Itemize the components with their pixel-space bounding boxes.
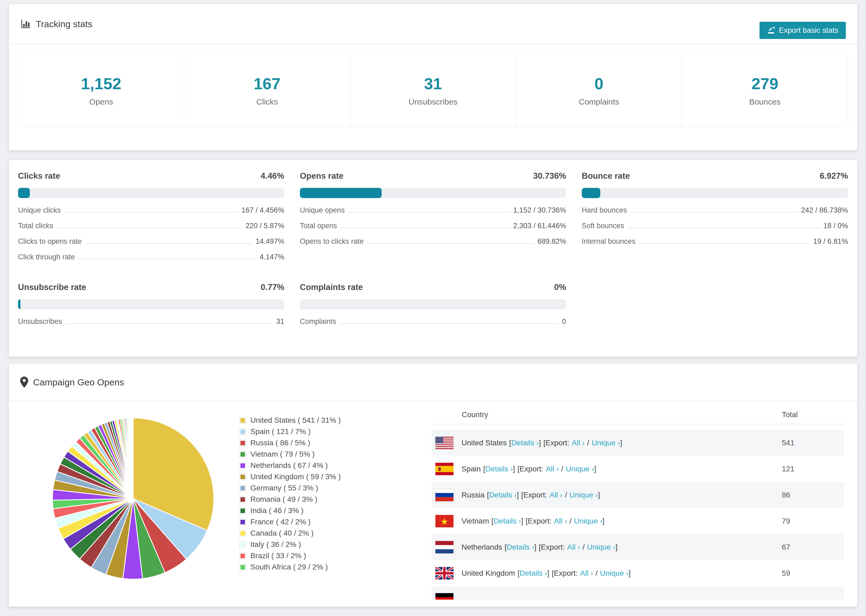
dotted-leader [340, 323, 559, 324]
export-unique-link[interactable]: Unique › [600, 569, 628, 578]
es-flag-icon [435, 463, 453, 475]
complaints-rate-block: Complaints rate0% Complaints 0 [300, 283, 566, 333]
dotted-leader [65, 212, 238, 212]
legend-label: Italy ( 36 / 2% ) [250, 540, 301, 549]
legend-label: United States ( 541 / 31% ) [250, 416, 341, 425]
legend-item: France ( 42 / 2% ) [239, 516, 411, 528]
tracking-stats-card: Tracking stats Export basic stats 1,152 … [9, 4, 857, 151]
bracket: ] [616, 543, 618, 552]
export-unique-link[interactable]: Unique › [587, 543, 616, 552]
export-unique-link[interactable]: Unique › [574, 517, 602, 525]
total-value: 79 [782, 517, 844, 525]
legend-color-swatch [239, 508, 246, 514]
legend-color-swatch [239, 519, 246, 525]
rate-detail-row: Click through rate 4.147% [18, 253, 284, 269]
rate-detail-value: 167 / 4.456% [241, 206, 284, 214]
details-link[interactable]: Details › [485, 465, 513, 473]
stat-value: 0 [594, 74, 603, 93]
rate-detail-row: Unique clicks 167 / 4.456% [18, 206, 284, 222]
stat-box-complaints: 0 Complaints [516, 53, 682, 127]
legend-color-swatch [239, 553, 246, 559]
legend-item: Romania ( 49 / 3% ) [239, 494, 411, 505]
details-link[interactable]: Details › [520, 569, 547, 578]
table-row [431, 586, 844, 600]
slash: / [561, 465, 564, 473]
legend-item: United Kingdom ( 59 / 3% ) [239, 471, 411, 482]
stat-value: 1,152 [81, 74, 121, 93]
details-link[interactable]: Details › [489, 491, 516, 499]
export-unique-link[interactable]: Unique › [565, 465, 594, 473]
details-link[interactable]: Details › [511, 438, 539, 447]
legend-item: Netherlands ( 67 / 4% ) [239, 460, 411, 471]
export-all-link[interactable]: All › [567, 543, 580, 552]
legend-color-swatch [239, 496, 246, 503]
export-all-link[interactable]: All › [580, 569, 593, 578]
legend-item: Brazil ( 33 / 2% ) [239, 550, 411, 561]
bracket: [ [483, 465, 485, 473]
nl-flag-icon [435, 541, 453, 553]
dotted-leader [348, 212, 510, 212]
legend-label: Romania ( 49 / 3% ) [250, 495, 317, 504]
gb-flag-icon [435, 567, 453, 580]
legend-item: South Africa ( 29 / 2% ) [239, 561, 411, 573]
card-title: Campaign Geo Opens [33, 377, 124, 388]
export-basic-stats-button[interactable]: Export basic stats [759, 22, 846, 39]
export-unique-link[interactable]: Unique › [569, 491, 598, 499]
legend-color-swatch [239, 485, 246, 492]
geo-pie-chart [50, 415, 216, 600]
legend-label: Netherlands ( 67 / 4% ) [250, 461, 328, 470]
slash: / [569, 517, 572, 525]
details-link[interactable]: Details › [493, 517, 521, 525]
export-prefix: [Export: [518, 465, 543, 473]
vn-flag-icon [435, 515, 453, 527]
rate-detail-label: Unique opens [300, 206, 345, 214]
export-all-link[interactable]: All › [546, 465, 559, 473]
legend-label: Spain ( 121 / 7% ) [250, 427, 311, 436]
export-all-link[interactable]: All › [554, 517, 567, 525]
rate-detail-value: 4.147% [260, 253, 284, 261]
rate-detail-row: Total clicks 220 / 5.87% [18, 222, 284, 237]
stat-label: Opens [89, 97, 113, 107]
dotted-leader [57, 228, 242, 228]
slash: / [587, 438, 589, 447]
legend-item: United States ( 541 / 31% ) [239, 415, 411, 426]
bracket: ] [628, 569, 631, 578]
details-link[interactable]: Details › [507, 543, 534, 552]
export-unique-link[interactable]: Unique › [592, 438, 620, 447]
export-all-link[interactable]: All › [572, 438, 585, 447]
slash: / [583, 543, 585, 552]
country-name: Vietnam [461, 517, 489, 525]
dotted-leader [628, 228, 820, 228]
bracket: ] [513, 465, 515, 473]
tracking-stats-header: Tracking stats Export basic stats [9, 4, 857, 44]
ru-flag-icon [435, 489, 453, 501]
geo-table-header: Country Total [431, 405, 844, 424]
rate-detail-row: Clicks to opens rate 14.497% [18, 237, 284, 253]
rate-detail-row: Hard bounces 242 / 86.738% [582, 206, 848, 222]
rate-detail-label: Click through rate [18, 253, 75, 261]
bracket: ] [602, 517, 605, 525]
export-prefix: [Export: [543, 438, 569, 447]
export-all-link[interactable]: All › [550, 491, 562, 499]
legend-label: France ( 42 / 2% ) [250, 518, 311, 526]
rate-detail-label: Complaints [300, 317, 336, 326]
stat-label: Unsubscribes [409, 97, 457, 107]
rate-detail-label: Soft bounces [582, 222, 624, 230]
rate-detail-value: 689.82% [537, 237, 566, 246]
stat-value: 279 [751, 74, 778, 93]
bracket: ] [594, 465, 596, 473]
stat-box-opens: 1,152 Opens [18, 53, 184, 127]
rate-detail-value: 0 [562, 317, 566, 326]
rate-detail-value: 19 / 6.81% [813, 237, 848, 246]
bracket: [ [487, 491, 489, 499]
bar-chart-icon [20, 19, 31, 29]
total-value: 86 [782, 491, 844, 499]
rate-detail-label: Total opens [300, 222, 337, 230]
export-prefix: [Export: [539, 543, 565, 552]
table-row: Netherlands [Details ›] [Export:All ›/Un… [431, 534, 844, 560]
legend-color-swatch [239, 440, 246, 446]
bracket: ] [521, 517, 523, 525]
stat-value: 31 [424, 74, 442, 93]
total-value: 121 [782, 465, 844, 473]
legend-color-swatch [239, 417, 246, 424]
